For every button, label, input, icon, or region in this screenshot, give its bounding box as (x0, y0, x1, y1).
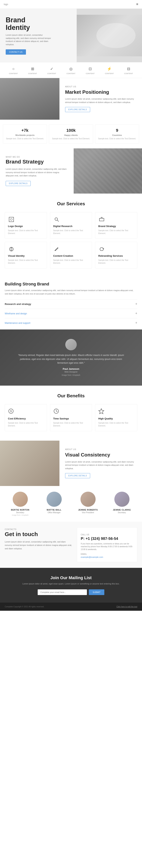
call-us-label: CALL US (81, 534, 133, 536)
team-avatar-4 (114, 492, 130, 507)
content-icon-7: ⊟ (125, 66, 132, 72)
icon-item-5: ⊡ CONTENT (86, 66, 95, 74)
contact-right: CALL US P: +1 (324) 987-56-54 If you hav… (77, 527, 137, 562)
stat-card-1: +7k Worldwide projects Sample text. Clic… (3, 124, 47, 144)
content-icon-4: ◎ (68, 66, 74, 72)
benefits-grid: $ Cost Efficiency Sample text. Click to … (5, 404, 137, 431)
service-text-1: Sample text. Click to select the Text El… (8, 229, 44, 235)
about-explore-button[interactable]: EXPLORE DETAILS (65, 107, 90, 112)
accordion-item-3[interactable]: Maintenance and support + (5, 318, 137, 328)
testimonial-name: Paul Jameson (14, 368, 128, 370)
stats-row: +7k Worldwide projects Sample text. Clic… (0, 120, 142, 148)
team-name-2: MATTIE BALL (39, 509, 69, 511)
team-role-3: Vice President (73, 512, 103, 514)
icon-label-1: CONTENT (9, 72, 18, 74)
accordion-toggle-1[interactable]: + (135, 302, 137, 306)
service-text-6: Sample text. Click to select the Text El… (98, 259, 134, 265)
about-section: ABOUT US Market Positioning Lorem ipsum … (0, 78, 142, 120)
contact-phone: P: +1 (324) 987-56-54 (81, 536, 133, 541)
stat-label-1: Worldwide projects (6, 134, 44, 136)
stat-text-3: Sample text. Click to select the Text El… (98, 137, 136, 140)
wwd-explore-button[interactable]: EXPLORE DETAILS (6, 181, 31, 186)
contact-label: CONTACTS (5, 528, 17, 530)
hero-contact-button[interactable]: CONTACT US (6, 49, 26, 55)
service-card-1: Logo Design Sample text. Click to select… (5, 212, 47, 239)
menu-icon[interactable]: ≡ (136, 2, 138, 6)
benefits-section: Our Benefits $ Cost Efficiency Sample te… (0, 385, 142, 441)
high-quality-icon (98, 408, 134, 415)
vc-text: Lorem ipsum dolor sit amet, consectetur … (65, 460, 136, 470)
service-title-2: Digital Research (53, 225, 89, 227)
accordion-toggle-3[interactable]: + (135, 321, 137, 325)
service-title-1: Logo Design (8, 225, 44, 227)
service-text-2: Sample text. Click to select the Text El… (53, 229, 89, 235)
team-grid: BERTIE NORTON Secretary Image from: Unsp… (5, 492, 137, 516)
testimonial-text: "Nonumy eirmod, Regular diam kasd takima… (14, 353, 128, 365)
svg-line-3 (57, 220, 59, 221)
service-card-2: Digital Research Sample text. Click to s… (50, 212, 92, 239)
service-text-4: Sample text. Click to select the Text El… (8, 259, 44, 265)
contact-left: CONTACTS Get in touch Lorem ipsum dolor … (5, 527, 73, 562)
avatar-image (65, 339, 77, 350)
mailing-submit-button[interactable]: SUBMIT (89, 589, 104, 595)
about-text: Lorem ipsum dolor sit amet, consectetur … (65, 97, 136, 104)
accordion-link-2[interactable]: Wireframe and design (5, 312, 27, 315)
service-text-5: Sample text. Click to select the Text El… (53, 259, 89, 265)
benefit-card-3: High Quality Sample text. Click to selec… (95, 404, 137, 431)
header: logo ≡ (0, 0, 142, 9)
accordion-link-3[interactable]: Maintenance and support (5, 322, 30, 324)
stat-number-2: 100k (52, 128, 90, 133)
service-card-3: Brand Strategy Sample text. Click to sel… (95, 212, 137, 239)
visual-consistency-section: ABOUT US Visual Consistency Lorem ipsum … (0, 441, 142, 486)
accordion-toggle-2[interactable]: + (135, 311, 137, 315)
testimonial-section: "Nonumy eirmod, Regular diam kasd takima… (0, 330, 142, 385)
email-label: EMAIL (81, 553, 133, 555)
hero-content: BrandIdentity Lorem ipsum dolor sit amet… (0, 9, 77, 62)
testimonial-avatar (65, 339, 77, 350)
benefit-title-2: Time Savings (53, 417, 89, 420)
team-name-3: JENNIE ROBERTS (73, 509, 103, 511)
hero-section: BrandIdentity Lorem ipsum dolor sit amet… (0, 9, 142, 62)
svg-rect-0 (9, 217, 13, 222)
vc-content: ABOUT US Visual Consistency Lorem ipsum … (59, 441, 142, 486)
hero-text: Lorem ipsum dolor sit amet, consectetur … (6, 33, 51, 46)
benefit-card-2: Time Savings Sample text. Click to selec… (50, 404, 92, 431)
icon-item-1: ○ CONTENT (9, 66, 18, 74)
service-text-3: Sample text. Click to select the Text El… (98, 229, 134, 235)
logo-design-icon (8, 216, 15, 223)
stat-label-2: Happy clients (52, 134, 90, 136)
building-title: Building Strong Brand (5, 282, 137, 286)
vc-image (0, 441, 59, 486)
vc-explore-button[interactable]: EXPLORE DETAILS (65, 473, 90, 478)
footer-edit-link[interactable]: Click here to edit the text (116, 606, 137, 608)
stat-number-1: +7k (6, 128, 44, 133)
benefit-card-1: $ Cost Efficiency Sample text. Click to … (5, 404, 47, 431)
team-avatar-2 (47, 492, 62, 507)
mailing-email-input[interactable] (38, 589, 87, 595)
icon-item-7: ⊟ CONTENT (124, 66, 133, 74)
hero-title: BrandIdentity (6, 16, 71, 31)
team-member-1: BERTIE NORTON Secretary Image from: Unsp… (5, 492, 36, 516)
benefit-title-3: High Quality (98, 417, 134, 420)
benefit-text-1: Sample text. Click to select the Text El… (8, 422, 44, 427)
benefit-text-2: Sample text. Click to select the Text El… (53, 422, 89, 427)
benefit-text-3: Sample text. Click to select the Text El… (98, 422, 134, 427)
contact-email[interactable]: example@example.com (81, 556, 133, 558)
building-section: Building Strong Brand Lorem ipsum dolor … (0, 276, 142, 330)
team-role-2: Office Manager (39, 512, 69, 514)
service-title-4: Visual Identity (8, 254, 44, 257)
team-section: BERTIE NORTON Secretary Image from: Unsp… (0, 486, 142, 522)
time-savings-icon (53, 408, 89, 415)
benefit-title-1: Cost Efficiency (8, 417, 44, 420)
benefits-heading: Our Benefits (5, 393, 137, 399)
accordion-item-2[interactable]: Wireframe and design + (5, 309, 137, 318)
contact-section: CONTACTS Get in touch Lorem ipsum dolor … (0, 522, 142, 568)
icon-item-3: ✓ CONTENT (47, 66, 56, 74)
team-role-4: Secretary (106, 512, 137, 514)
accordion-item-1[interactable]: Research and strategy + (5, 299, 137, 309)
stat-number-3: 9 (98, 128, 136, 133)
content-icon-2: ⊞ (30, 66, 36, 72)
hero-image-sim (77, 15, 142, 56)
team-source-1: Image from: Unsplash (5, 514, 36, 516)
team-role-1: Secretary (5, 512, 36, 514)
